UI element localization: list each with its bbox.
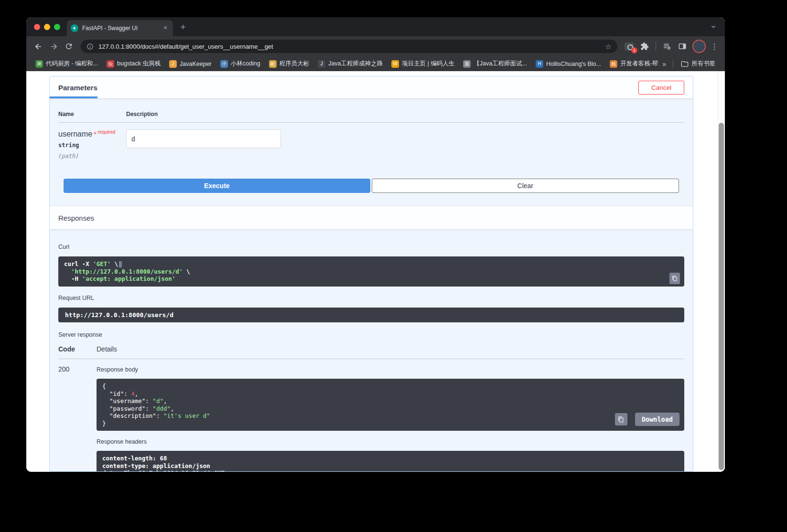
bookmark-favicon-icon: 小 — [220, 60, 228, 68]
close-window-button[interactable] — [34, 24, 40, 30]
address-bar[interactable]: 127.0.0.1:8000/docs#/default/get_user_us… — [81, 40, 617, 53]
page-scrollbar[interactable] — [718, 71, 725, 472]
extension-badge: 1 — [631, 47, 637, 53]
url-text[interactable]: 127.0.0.1:8000/docs#/default/get_user_us… — [98, 43, 601, 50]
bookmark-label: bugstack 虫洞栈 — [117, 60, 161, 68]
request-url-label: Request URL — [58, 295, 684, 301]
parameter-row: username*required string (path) — [50, 123, 693, 160]
tab-close-icon[interactable]: × — [162, 24, 169, 32]
bookmark-star-icon[interactable]: ☆ — [605, 42, 612, 51]
bookmarks-bar: 厨代码厨房 - 编程和...虫bugstack 虫洞栈JJavaKeeper小小… — [26, 56, 725, 71]
response-row: 200 Response body { "id": 4, "username":… — [58, 365, 684, 472]
parameters-table-header: Name Description — [58, 98, 684, 123]
code-column-header: Code — [58, 345, 97, 353]
response-details: Response body { "id": 4, "username": "d"… — [97, 365, 684, 472]
bookmark-item[interactable]: 厨代码厨房 - 编程和... — [31, 58, 102, 70]
server-response-label: Server response — [58, 331, 684, 338]
bookmark-favicon-icon: J — [318, 60, 325, 68]
screenshot-extension-icon[interactable]: 1 — [622, 39, 636, 53]
code-line: "id": 4, — [102, 390, 679, 398]
execute-button[interactable]: Execute — [64, 179, 370, 193]
bookmark-item[interactable]: 彬程序员大彬 — [265, 58, 314, 70]
minimize-window-button[interactable] — [44, 24, 50, 30]
responses-title: Responses — [58, 214, 94, 222]
copy-curl-button[interactable] — [669, 273, 680, 284]
response-body-controls: Download — [615, 413, 679, 426]
tab-title: FastAPI - Swagger UI — [82, 25, 158, 32]
code-line: -H 'accept: application/json' — [64, 275, 679, 283]
clipboard-icon — [618, 416, 624, 423]
download-button[interactable]: Download — [635, 413, 679, 426]
code-line: "password": "ddd", — [102, 405, 679, 413]
bookmark-label: 项目主页 | 编码人生 — [402, 60, 454, 68]
responses-header: Responses — [50, 206, 693, 229]
browser-window: FastAPI - Swagger UI × + 127.0.0.1:8000/… — [26, 17, 725, 472]
bookmark-favicon-icon: 彬 — [269, 60, 277, 68]
bookmark-favicon-icon: 栈 — [610, 60, 617, 68]
traffic-lights — [34, 24, 60, 30]
scrollbar-thumb[interactable] — [719, 123, 724, 470]
bookmark-favicon-icon: 虫 — [107, 60, 114, 68]
code-line: content-type: application/json — [102, 462, 679, 470]
code-line: { — [102, 383, 679, 390]
profile-avatar[interactable] — [693, 41, 705, 52]
response-table-header: Code Details — [58, 345, 684, 359]
bookmark-item[interactable]: 面【Java工程师面试... — [459, 58, 531, 70]
response-body-block: { "id": 4, "username": "d", "password": … — [97, 379, 684, 431]
parameter-meta: username*required string (path) — [58, 129, 126, 160]
bookmark-label: HollisChuang's Blo... — [546, 61, 601, 67]
site-info-icon[interactable] — [86, 43, 94, 50]
active-tab-underline — [50, 96, 97, 98]
bookmark-label: 开发者客栈-帮助开... — [620, 60, 658, 68]
operation-block: Parameters Cancel Name Description usern… — [49, 76, 693, 472]
clear-button[interactable]: Clear — [372, 179, 679, 193]
bookmark-label: 小林coding — [231, 60, 260, 68]
bookmark-label: 【Java工程师面试... — [474, 60, 527, 68]
bookmark-item[interactable]: HHollisChuang's Blo... — [531, 58, 605, 70]
parameters-header: Parameters Cancel — [50, 76, 693, 98]
parameter-location: (path) — [58, 153, 126, 160]
bookmark-item[interactable]: W项目主页 | 编码人生 — [387, 58, 459, 70]
extensions-puzzle-icon[interactable] — [637, 39, 652, 53]
copy-response-button[interactable] — [615, 413, 627, 426]
parameter-name: username — [58, 130, 92, 138]
code-line: } — [102, 420, 679, 427]
code-line: "username": "d", — [102, 397, 679, 405]
request-url-value: http://127.0.0.1:8000/users/d — [65, 311, 173, 319]
parameter-input-cell — [126, 129, 281, 160]
code-line: content-length: 68 — [102, 455, 679, 462]
bookmark-item[interactable]: JJava工程师成神之路 — [313, 58, 387, 70]
all-bookmarks-button[interactable]: 所有书签 — [676, 60, 720, 68]
page-content: Parameters Cancel Name Description usern… — [26, 71, 725, 472]
new-tab-button[interactable]: + — [177, 21, 189, 34]
bookmarks-list: 厨代码厨房 - 编程和...虫bugstack 虫洞栈JJavaKeeper小小… — [31, 58, 658, 70]
tab-strip: FastAPI - Swagger UI × + — [26, 17, 725, 36]
response-body-label: Response body — [97, 366, 684, 373]
back-button[interactable] — [31, 39, 45, 53]
bookmark-favicon-icon: H — [536, 60, 543, 68]
reload-button[interactable] — [62, 39, 76, 53]
clipboard-icon — [672, 276, 678, 281]
bookmark-item[interactable]: JJavaKeeper — [165, 58, 216, 70]
media-controls-icon[interactable] — [660, 39, 674, 53]
execute-row: Execute Clear — [58, 160, 684, 193]
bookmarks-overflow-chevron[interactable]: » — [658, 60, 670, 68]
cancel-button[interactable]: Cancel — [638, 81, 684, 95]
browser-menu-icon[interactable]: ⋮ — [709, 42, 720, 51]
bookmark-label: Java工程师成神之路 — [328, 60, 383, 68]
response-headers-block: content-length: 68content-type: applicat… — [97, 451, 684, 472]
bookmark-label: 代码厨房 - 编程和... — [46, 60, 98, 68]
tab-parameters[interactable]: Parameters — [58, 84, 97, 92]
forward-button[interactable] — [46, 39, 61, 53]
column-name: Name — [58, 111, 126, 117]
bookmark-item[interactable]: 虫bugstack 虫洞栈 — [102, 58, 165, 70]
bookmark-item[interactable]: 小小林coding — [216, 58, 265, 70]
bookmark-favicon-icon: W — [391, 60, 399, 68]
tab-search-chevron-icon[interactable] — [709, 22, 718, 32]
request-url-block: http://127.0.0.1:8000/users/d — [58, 308, 684, 323]
side-panel-icon[interactable] — [675, 39, 690, 53]
browser-tab[interactable]: FastAPI - Swagger UI × — [67, 20, 173, 36]
maximize-window-button[interactable] — [54, 24, 60, 30]
bookmark-item[interactable]: 栈开发者客栈-帮助开... — [605, 58, 658, 70]
username-input[interactable] — [126, 129, 281, 148]
